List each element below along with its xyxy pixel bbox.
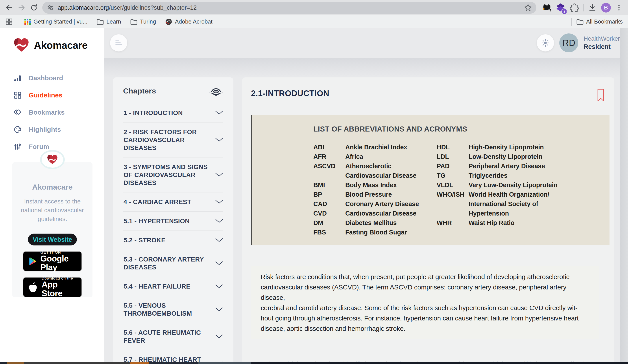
audiobook-icon[interactable] — [209, 86, 223, 96]
app-store-badge[interactable]: Download on the App Store — [23, 277, 82, 297]
user-name: HealthWorker — [584, 35, 620, 42]
app-header: RD HealthWorker Resident — [104, 28, 628, 58]
sidebar-item-dashboard[interactable]: Dashboard — [0, 69, 104, 87]
taskbar-segment — [149, 362, 198, 364]
app-window: Akomacare Dashboard Guidelines Bookmarks… — [0, 28, 628, 364]
visit-website-button[interactable]: Visit Website — [28, 234, 77, 245]
chapter-label: 2 - RISK FACTORS FOR CARDIOVASCULAR DISE… — [124, 128, 212, 152]
abbreviation-row: VLDL Very Low-Density Lipoprotein — [437, 180, 605, 190]
folder-icon — [130, 19, 137, 25]
abbreviation-definition: Waist Hip Ratio — [469, 218, 515, 228]
taskbar-segment — [130, 362, 149, 364]
abbreviations-heading: LIST OF ABBREVIATIONS AND ACRONYMS — [313, 125, 605, 133]
chapter-item[interactable]: 5.2 - STROKE — [123, 231, 223, 250]
site-settings-icon[interactable] — [47, 4, 54, 11]
abbreviation-definition: Very Low-Density Lipoprotein — [469, 180, 557, 190]
cat-extension-icon — [542, 3, 551, 12]
sidebar-nav: Dashboard Guidelines Bookmarks Highlight… — [0, 69, 104, 155]
forward-button[interactable] — [15, 1, 28, 14]
abbreviation-row: HDL High-Density Lipoprotein — [437, 142, 605, 152]
forward-arrow-icon — [18, 4, 25, 12]
reload-button[interactable] — [28, 1, 40, 14]
abbreviation-key: BMI — [313, 180, 345, 190]
bookmarks-bar: Getting Started | vu... Learn Turing Ado… — [0, 15, 628, 28]
bookmarks-icon — [14, 109, 22, 116]
brand-name: Akomacare — [34, 39, 88, 51]
chapter-item[interactable]: 3 - SYMPTOMS AND SIGNS OF CARDIOVASCULAR… — [123, 158, 223, 192]
abbreviation-key: CVD — [313, 209, 345, 218]
google-play-icon — [29, 256, 36, 267]
reload-icon — [30, 4, 38, 12]
chevron-down-icon — [215, 284, 223, 288]
google-play-badge[interactable]: GET IT ON Google Play — [23, 251, 82, 271]
puzzle-piece-icon — [570, 3, 579, 12]
abbreviation-row: CAD Coronary Artery Disease — [313, 199, 437, 209]
risk-factors-paragraph: Risk factors are conditions that, when p… — [251, 266, 599, 339]
colorful-grid-favicon — [24, 18, 31, 25]
abbreviation-row: LDL Low-Density Lipoprotein — [437, 152, 605, 161]
chapter-item[interactable]: 5.6 - ACUTE RHEUMATIC FEVER — [123, 323, 223, 350]
menu-toggle-button[interactable] — [110, 34, 127, 52]
sidebar-item-highlights[interactable]: Highlights — [0, 121, 104, 138]
highlights-palette-icon — [14, 125, 22, 133]
abbreviation-key: AFR — [313, 152, 345, 161]
document-header: 2.1-INTRODUCTION — [251, 89, 614, 102]
abbreviation-definition: Low-Density Lipoprotein — [469, 152, 542, 161]
app-store-name: App Store — [42, 280, 76, 298]
bookmark-item-turing[interactable]: Turing — [130, 18, 156, 25]
bookmarks-divider-right — [571, 18, 572, 26]
address-bar[interactable]: app.akomacare.org/user/guidelines?sub_ch… — [42, 2, 536, 14]
chapter-item[interactable]: 5.1 - HYPERTENSION — [123, 212, 223, 231]
content-row: Chapters 1 - INTRODUCTION 2 - RISK FACTO… — [113, 77, 614, 364]
apple-icon — [29, 282, 37, 293]
bookmark-ribbon-icon[interactable] — [597, 89, 604, 102]
extension-cat-button[interactable] — [542, 3, 551, 12]
bookmark-item-getting-started[interactable]: Getting Started | vu... — [24, 18, 87, 25]
bookmark-item-learn[interactable]: Learn — [97, 18, 121, 25]
google-play-name: Google Play — [40, 254, 76, 272]
all-bookmarks-button[interactable]: All Bookmarks — [576, 18, 623, 25]
abbreviation-definition: Coronary Artery Disease — [345, 199, 419, 209]
folder-icon — [97, 19, 104, 25]
chevron-down-icon — [215, 335, 223, 339]
sidebar-item-bookmarks[interactable]: Bookmarks — [0, 104, 104, 121]
abbreviation-definition: Cardiovascular Disease — [345, 209, 416, 218]
chapter-item[interactable]: 5.3 - CORONARY ARTERY DISEASES — [123, 250, 223, 277]
chapter-item[interactable]: 5.4 - HEART FAILURE — [123, 277, 223, 296]
abbreviation-key: WHR — [437, 218, 469, 228]
abbreviation-row: AFR Africa — [313, 152, 437, 161]
back-button[interactable] — [3, 1, 15, 14]
taskbar-strip — [0, 362, 628, 364]
sidebar-item-guidelines[interactable]: Guidelines — [0, 87, 104, 104]
apps-grid-button[interactable] — [5, 18, 13, 25]
back-arrow-icon — [5, 4, 13, 12]
user-info[interactable]: HealthWorker Resident — [584, 35, 620, 50]
abbreviation-row: BP Blood Pressure — [313, 190, 437, 199]
browser-toolbar: app.akomacare.org/user/guidelines?sub_ch… — [0, 0, 628, 15]
user-avatar[interactable]: RD — [559, 33, 578, 52]
extensions-button[interactable] — [570, 3, 579, 12]
chapters-header: Chapters — [123, 86, 223, 96]
chapter-item[interactable]: 4 - CARDIAC ARREST — [123, 192, 223, 212]
abbreviation-definition: Blood Pressure — [345, 190, 392, 199]
downloads-button[interactable] — [588, 3, 597, 12]
abbreviations-column-right: HDL High-Density Lipoprotein LDL Low-Den… — [437, 142, 605, 237]
extension-purple-button[interactable]: 8 — [556, 3, 565, 12]
chapter-item[interactable]: 2 - RISK FACTORS FOR CARDIOVASCULAR DISE… — [123, 122, 223, 158]
brand[interactable]: Akomacare — [0, 28, 104, 53]
abbreviation-definition: Diabetes Mellitus — [345, 218, 397, 228]
bookmark-star-icon[interactable] — [524, 4, 532, 12]
chevron-down-icon — [215, 173, 223, 177]
acrobat-favicon — [165, 18, 172, 25]
guidelines-icon — [14, 91, 22, 99]
profile-button[interactable]: B — [601, 3, 611, 12]
abbreviation-definition: High-Density Lipoprotein — [469, 142, 544, 152]
theme-toggle-button[interactable] — [537, 34, 554, 52]
page-scrollbar[interactable] — [620, 28, 628, 364]
bookmark-item-adobe-acrobat[interactable]: Adobe Acrobat — [165, 18, 213, 25]
abbreviations-column-left: ABI Ankle Brachial Index AFR Africa ASCV… — [313, 142, 437, 237]
sidebar-item-label: Guidelines — [29, 91, 62, 99]
chapter-item[interactable]: 5.5 - VENOUS THROMBOEMBOLISM — [123, 296, 223, 323]
chapter-item[interactable]: 1 - INTRODUCTION — [123, 103, 223, 122]
browser-menu-button[interactable] — [615, 4, 623, 11]
